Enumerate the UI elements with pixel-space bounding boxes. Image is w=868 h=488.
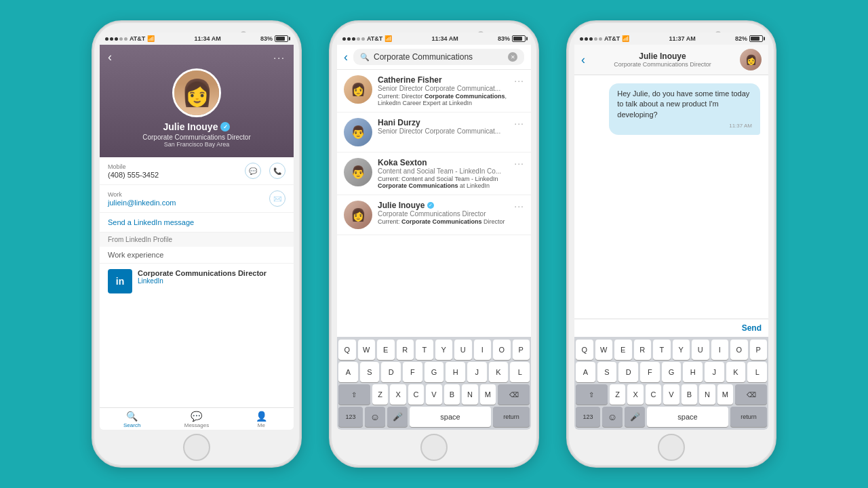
result-0[interactable]: 👩 Catherine Fisher Senior Director Corpo… bbox=[337, 70, 531, 113]
key3-k[interactable]: K bbox=[726, 362, 746, 382]
result-more-2[interactable]: ··· bbox=[514, 158, 524, 169]
key-return[interactable]: return bbox=[493, 407, 530, 427]
key3-e[interactable]: E bbox=[614, 340, 632, 360]
key3-123[interactable]: 123 bbox=[576, 407, 600, 427]
key-z[interactable]: Z bbox=[372, 384, 388, 405]
key-b[interactable]: B bbox=[444, 384, 460, 405]
back-button[interactable]: ‹ bbox=[108, 50, 112, 64]
work-item[interactable]: in Corporate Communications Director Lin… bbox=[100, 264, 294, 299]
key-f[interactable]: F bbox=[403, 362, 422, 382]
key-mic[interactable]: 🎤 bbox=[387, 407, 408, 427]
key3-b[interactable]: B bbox=[682, 384, 697, 405]
result-3[interactable]: 👩 Julie Inouye ✓ Corporate Communication… bbox=[337, 195, 531, 235]
key3-shift[interactable]: ⇧ bbox=[576, 384, 608, 405]
key-x[interactable]: X bbox=[390, 384, 406, 405]
tab-messages[interactable]: 💬 Messages bbox=[164, 411, 229, 428]
key-i[interactable]: I bbox=[474, 340, 492, 360]
key3-t[interactable]: T bbox=[653, 340, 671, 360]
home-button-3[interactable] bbox=[658, 434, 685, 461]
key3-h[interactable]: H bbox=[683, 362, 703, 382]
msg-avatar[interactable]: 👩 bbox=[740, 49, 762, 70]
key3-space[interactable]: space bbox=[647, 407, 728, 427]
search-back-button[interactable]: ‹ bbox=[344, 50, 348, 64]
key3-o[interactable]: O bbox=[730, 340, 748, 360]
battery-pct-3: 82% bbox=[735, 35, 747, 42]
key-delete[interactable]: ⌫ bbox=[498, 384, 530, 405]
key-k[interactable]: K bbox=[489, 362, 509, 382]
phone-icon[interactable]: 📞 bbox=[269, 163, 285, 179]
search-input-wrap[interactable]: 🔍 Corporate Communications ✕ bbox=[353, 49, 524, 65]
key-g[interactable]: G bbox=[425, 362, 444, 382]
key3-q[interactable]: Q bbox=[576, 340, 593, 360]
work-email-value[interactable]: juliein@linkedin.com bbox=[108, 199, 176, 207]
result-2[interactable]: 👨 Koka Sexton Content and Social Team - … bbox=[337, 152, 531, 195]
key-h[interactable]: H bbox=[446, 362, 465, 382]
key-e[interactable]: E bbox=[377, 340, 395, 360]
mobile-value[interactable]: (408) 555-3452 bbox=[108, 171, 159, 179]
key3-y[interactable]: Y bbox=[673, 340, 690, 360]
email-icon[interactable]: ✉️ bbox=[269, 190, 285, 207]
key-p[interactable]: P bbox=[513, 340, 530, 360]
key3-a[interactable]: A bbox=[576, 362, 595, 382]
key3-l[interactable]: L bbox=[747, 362, 767, 382]
key3-x[interactable]: X bbox=[627, 384, 643, 405]
key3-w[interactable]: W bbox=[595, 340, 613, 360]
result-more-0[interactable]: ··· bbox=[514, 75, 524, 86]
key3-j[interactable]: J bbox=[705, 362, 724, 382]
search-tab-icon: 🔍 bbox=[126, 411, 138, 422]
message-header: ‹ Julie Inouye Corporate Communications … bbox=[574, 45, 768, 75]
key-n[interactable]: N bbox=[462, 384, 477, 405]
key-s[interactable]: S bbox=[360, 362, 380, 382]
key-123[interactable]: 123 bbox=[338, 407, 363, 427]
tab-me[interactable]: 👤 Me bbox=[229, 411, 294, 428]
result-1[interactable]: 👨 Hani Durzy Senior Director Corporate C… bbox=[337, 113, 531, 152]
key3-m[interactable]: M bbox=[717, 384, 733, 405]
key3-f[interactable]: F bbox=[640, 362, 660, 382]
key3-d[interactable]: D bbox=[618, 362, 638, 382]
key-a[interactable]: A bbox=[338, 362, 358, 382]
key3-delete[interactable]: ⌫ bbox=[735, 384, 767, 405]
key-t[interactable]: T bbox=[416, 340, 433, 360]
key-c[interactable]: C bbox=[408, 384, 424, 405]
key-emoji[interactable]: ☺ bbox=[365, 407, 385, 427]
key-v[interactable]: V bbox=[426, 384, 441, 405]
key-j[interactable]: J bbox=[467, 362, 487, 382]
key3-z[interactable]: Z bbox=[610, 384, 625, 405]
key-w[interactable]: W bbox=[358, 340, 376, 360]
key3-i[interactable]: I bbox=[711, 340, 729, 360]
key3-n[interactable]: N bbox=[699, 384, 715, 405]
result-more-3[interactable]: ··· bbox=[514, 201, 524, 211]
key3-emoji[interactable]: ☺ bbox=[602, 407, 623, 427]
key-r[interactable]: R bbox=[397, 340, 414, 360]
key3-r[interactable]: R bbox=[634, 340, 652, 360]
linkedin-message-button[interactable]: Send a LinkedIn message bbox=[100, 213, 294, 232]
chat-icon[interactable]: 💬 bbox=[245, 163, 261, 179]
key-l[interactable]: L bbox=[510, 362, 530, 382]
result-more-1[interactable]: ··· bbox=[514, 118, 524, 129]
key-q[interactable]: Q bbox=[338, 340, 356, 360]
key3-return[interactable]: return bbox=[730, 407, 767, 427]
key3-p[interactable]: P bbox=[750, 340, 768, 360]
send-button[interactable]: Send bbox=[742, 323, 762, 333]
msg-back-button[interactable]: ‹ bbox=[581, 53, 585, 67]
key3-v[interactable]: V bbox=[663, 384, 679, 405]
key3-s[interactable]: S bbox=[597, 362, 617, 382]
key-d[interactable]: D bbox=[381, 362, 401, 382]
key3-c[interactable]: C bbox=[646, 384, 661, 405]
search-clear-button[interactable]: ✕ bbox=[508, 52, 517, 62]
key-y[interactable]: Y bbox=[435, 340, 453, 360]
key-shift[interactable]: ⇧ bbox=[338, 384, 370, 405]
key3-g[interactable]: G bbox=[662, 362, 682, 382]
key3-u[interactable]: U bbox=[692, 340, 709, 360]
tab-search[interactable]: 🔍 Search bbox=[100, 411, 164, 428]
more-button[interactable]: ··· bbox=[273, 52, 285, 63]
work-email-field: Work juliein@linkedin.com ✉️ bbox=[100, 185, 294, 213]
key-m[interactable]: M bbox=[480, 384, 496, 405]
key3-mic[interactable]: 🎤 bbox=[625, 407, 645, 427]
wifi-icon-2: 📶 bbox=[384, 35, 392, 42]
key-u[interactable]: U bbox=[454, 340, 472, 360]
key-o[interactable]: O bbox=[493, 340, 511, 360]
key-space[interactable]: space bbox=[410, 407, 491, 427]
home-button-1[interactable] bbox=[183, 434, 210, 461]
home-button-2[interactable] bbox=[420, 434, 448, 461]
